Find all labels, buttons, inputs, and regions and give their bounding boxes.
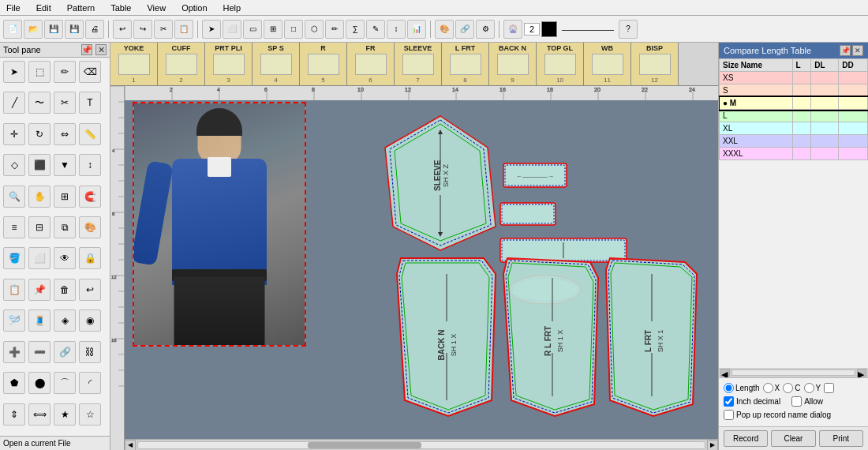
- tool-measure[interactable]: 📏: [79, 123, 101, 145]
- canvas-main[interactable]: 2 4 6 8 10 12 14 16 18 20 22 24: [125, 86, 718, 450]
- tab-cuff[interactable]: CUFF 2: [158, 43, 205, 85]
- tool-zoom[interactable]: 🔍: [3, 186, 25, 208]
- tb-arrow[interactable]: ↕: [387, 20, 406, 39]
- scroll-down-btn[interactable]: ▶: [857, 369, 866, 377]
- tb-save2[interactable]: 💾: [65, 20, 84, 39]
- tool-move[interactable]: ✛: [3, 123, 25, 145]
- tb-sum[interactable]: ∑: [346, 20, 365, 39]
- tool-bezier[interactable]: ⌒: [54, 372, 76, 394]
- tab-sleeve[interactable]: SLEEVE 7: [395, 43, 442, 85]
- tb-copy[interactable]: 📋: [174, 20, 193, 39]
- menu-pattern[interactable]: Pattern: [64, 3, 98, 13]
- tb-edit2[interactable]: ✎: [366, 20, 385, 39]
- tool-notch[interactable]: ▼: [54, 154, 76, 176]
- menu-table[interactable]: Table: [107, 3, 134, 13]
- tab-bisp[interactable]: BISP 12: [631, 43, 679, 85]
- tool-mirror[interactable]: ⇔: [54, 123, 76, 145]
- tool-sew[interactable]: 🪡: [3, 309, 25, 332]
- tab-sp-s[interactable]: SP S 4: [253, 43, 300, 85]
- x-radio-label[interactable]: X: [763, 383, 780, 393]
- allow-checkbox[interactable]: [791, 396, 802, 407]
- popup-label[interactable]: Pop up record name dialog: [724, 410, 831, 420]
- allow-label[interactable]: Allow: [791, 396, 823, 407]
- tab-back-n[interactable]: BACK N 9: [489, 43, 537, 85]
- table-row-xs[interactable]: XS: [720, 72, 868, 84]
- tb-select[interactable]: ⬜: [223, 20, 241, 39]
- tool-arrow[interactable]: ➤: [3, 61, 25, 83]
- table-row-s[interactable]: S: [720, 84, 868, 97]
- tab-l-frt[interactable]: L FRT 8: [442, 43, 489, 85]
- tb-print[interactable]: 🖨: [85, 20, 104, 39]
- tb-save[interactable]: 💾: [44, 20, 63, 39]
- tool-unlink[interactable]: ⛓: [79, 341, 101, 363]
- tool-rotate[interactable]: ↻: [28, 123, 51, 145]
- tb-shape[interactable]: ⬡: [305, 20, 324, 39]
- print-button[interactable]: Print: [819, 430, 863, 447]
- length-radio-label[interactable]: Length: [724, 383, 760, 393]
- scroll-right[interactable]: ▶: [707, 440, 718, 451]
- tool-paste[interactable]: 📌: [28, 279, 51, 301]
- tool-mark[interactable]: ◉: [79, 309, 101, 332]
- tool-space[interactable]: ⊟: [28, 216, 51, 238]
- tool-fill[interactable]: 🪣: [3, 247, 25, 269]
- menu-help[interactable]: Help: [220, 3, 245, 13]
- scroll-up-btn[interactable]: ◀: [720, 369, 730, 377]
- tool-snap[interactable]: 🧲: [79, 186, 101, 208]
- tool-copy2[interactable]: 📋: [3, 279, 25, 301]
- tb-cut[interactable]: ✂: [154, 20, 173, 39]
- tool-pane-pin[interactable]: 📌: [81, 44, 92, 55]
- c-radio-label[interactable]: C: [783, 383, 800, 393]
- table-row-l[interactable]: L: [720, 110, 868, 122]
- tb-new[interactable]: 📄: [3, 20, 22, 39]
- menu-view[interactable]: View: [144, 3, 169, 13]
- tb-chart[interactable]: 📊: [407, 20, 426, 39]
- tb-links[interactable]: 🔗: [455, 20, 474, 39]
- tb-box[interactable]: □: [284, 20, 303, 39]
- tool-grainline[interactable]: ⇕: [3, 403, 25, 426]
- tool-line[interactable]: ╱: [3, 92, 25, 114]
- table-row-xxxl[interactable]: XXXL: [720, 148, 868, 160]
- tb-open[interactable]: 📂: [24, 20, 43, 39]
- tab-top-gl[interactable]: TOP GL 10: [537, 43, 584, 85]
- tb-color-swatch[interactable]: [541, 21, 557, 37]
- tool-eye[interactable]: 👁: [54, 247, 76, 269]
- record-button[interactable]: Record: [724, 430, 768, 447]
- panel-pin-btn[interactable]: 📌: [840, 45, 851, 56]
- popup-checkbox[interactable]: [724, 410, 734, 420]
- tool-link2[interactable]: 🔗: [54, 341, 76, 363]
- tool-text[interactable]: T: [79, 92, 101, 114]
- y-radio-label[interactable]: Y: [804, 383, 821, 393]
- tool-align[interactable]: ≡: [3, 216, 25, 238]
- tool-arc[interactable]: ◜: [79, 372, 101, 394]
- tool-undo2[interactable]: ↩: [79, 279, 101, 301]
- tab-yoke[interactable]: YOKE 1: [110, 43, 158, 85]
- tool-eraser[interactable]: ⌫: [79, 61, 101, 83]
- tb-pencil[interactable]: ✏: [325, 20, 344, 39]
- tool-grid2[interactable]: ⊞: [54, 186, 76, 208]
- menu-file[interactable]: File: [3, 3, 24, 13]
- tool-ease[interactable]: ⟺: [28, 403, 51, 426]
- inch-decimal-label[interactable]: Inch decimal: [724, 396, 780, 407]
- scroll-left[interactable]: ◀: [125, 440, 136, 451]
- tb-wheel[interactable]: 🎡: [503, 20, 522, 39]
- tb-color1[interactable]: 🎨: [435, 20, 454, 39]
- tool-select2[interactable]: ⬚: [28, 61, 51, 83]
- tool-color2[interactable]: 🎨: [79, 216, 101, 238]
- panel-close-btn[interactable]: ✕: [852, 45, 863, 56]
- y-radio[interactable]: [804, 383, 814, 393]
- extra-checkbox[interactable]: [824, 383, 834, 393]
- table-scroll-track[interactable]: [731, 369, 855, 376]
- tab-fr[interactable]: FR 6: [347, 43, 395, 85]
- c-radio[interactable]: [783, 383, 793, 393]
- tool-pattern[interactable]: ◈: [54, 309, 76, 332]
- table-row-xl[interactable]: XL: [720, 122, 868, 135]
- tb-more1[interactable]: ⚙: [476, 20, 495, 39]
- tool-point[interactable]: ⬤: [28, 372, 51, 394]
- tb-grid[interactable]: ⊞: [264, 20, 282, 39]
- tool-extra[interactable]: ★: [54, 403, 76, 426]
- x-radio[interactable]: [763, 383, 773, 393]
- tb-rect[interactable]: ▭: [243, 20, 262, 39]
- clear-button[interactable]: Clear: [771, 430, 815, 447]
- scroll-track-h[interactable]: [137, 441, 705, 449]
- tab-r[interactable]: R 5: [300, 43, 347, 85]
